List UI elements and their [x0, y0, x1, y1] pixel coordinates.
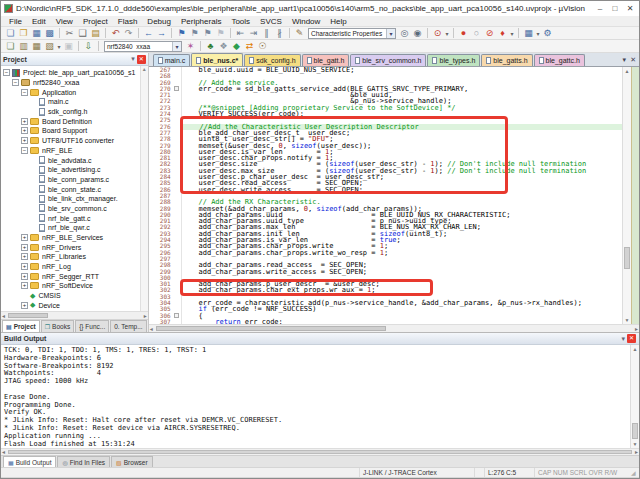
- tree-item-ble-srv-common-c[interactable]: ble_srv_common.c: [3, 204, 140, 214]
- pin-icon[interactable]: ▾: [621, 335, 625, 343]
- tree-item-board-definition[interactable]: +Board Definition: [3, 116, 140, 126]
- paste-icon[interactable]: ▤: [89, 27, 102, 39]
- target-options-icon[interactable]: ✶: [184, 40, 197, 52]
- scroll-right-icon[interactable]: ►: [634, 326, 639, 332]
- expander-icon[interactable]: +: [21, 282, 28, 289]
- scroll-left-icon[interactable]: ◄: [1, 313, 6, 319]
- fold-marker-icon[interactable]: [174, 313, 179, 318]
- pin-icon[interactable]: ▾: [131, 55, 135, 63]
- menu-svcs[interactable]: SVCS: [255, 16, 287, 27]
- panel-tab-project[interactable]: ▤Project: [2, 320, 40, 332]
- menu-peripherals[interactable]: Peripherals: [176, 16, 226, 27]
- editor-tab-ble-gatt-h[interactable]: ble_gatt.h: [302, 54, 350, 66]
- copy-icon[interactable]: ❑: [76, 27, 89, 39]
- indent-icon[interactable]: ⇥: [247, 27, 260, 39]
- bottom-tab-build-output[interactable]: ▦Build Output: [3, 456, 56, 467]
- uncomment-icon[interactable]: ∦: [273, 27, 286, 39]
- bookmark-prev-icon[interactable]: ⚑: [188, 27, 201, 39]
- bottom-tab-browser[interactable]: ▧Browser: [111, 456, 153, 467]
- menu-help[interactable]: Help: [325, 16, 351, 27]
- close-button[interactable]: ✕: [623, 3, 637, 14]
- scroll-right-icon[interactable]: ►: [143, 313, 148, 319]
- fold-marker-icon[interactable]: [174, 86, 179, 91]
- stop-build-icon[interactable]: ▣: [62, 40, 75, 52]
- tree-item-nrf-libraries[interactable]: +nRF_Libraries: [3, 252, 140, 262]
- code-area[interactable]: 267 ble_uuid.uuid = BLE_UUID_NUS_SERVICE…: [149, 67, 632, 324]
- code-line[interactable]: 307 return err_code;: [149, 319, 631, 324]
- target-select-combo[interactable]: nrf52840_xxaa▾: [104, 41, 182, 52]
- panel-tab-0-temp-[interactable]: 0. Temp...: [110, 320, 146, 332]
- menu-edit[interactable]: Edit: [27, 16, 51, 27]
- batch-build-icon[interactable]: ▧: [43, 40, 56, 52]
- editor-tab-sdk-config-h[interactable]: sdk_config.h: [244, 54, 300, 66]
- tree-item-nrf-softdevice[interactable]: +nRF_SoftDevice: [3, 281, 140, 291]
- pack-installer-icon[interactable]: ◆: [230, 40, 243, 52]
- minimize-button[interactable]: –: [593, 3, 607, 14]
- tree-item-project-ble-app-uart-pca10056-s1[interactable]: −Project: ble_app_uart_pca10056_s1: [3, 68, 140, 78]
- tree-item-main-c[interactable]: main.c: [3, 97, 140, 107]
- web-page-icon[interactable]: ☉: [256, 40, 269, 52]
- expander-icon[interactable]: +: [21, 273, 28, 280]
- expander-icon[interactable]: +: [21, 302, 28, 309]
- rebuild-icon[interactable]: ▦: [30, 40, 43, 52]
- expander-icon[interactable]: +: [21, 127, 28, 134]
- unindent-icon[interactable]: ⇤: [234, 27, 247, 39]
- bookmark-toggle-icon[interactable]: ⚑: [175, 27, 188, 39]
- manage-rte-icon[interactable]: ♣: [204, 40, 217, 52]
- build-output-hscrollbar[interactable]: ◄ ►: [1, 448, 639, 455]
- editor-tab-ble-nus-c-[interactable]: ble_nus.c*: [191, 53, 243, 66]
- scroll-down-icon[interactable]: ▼: [631, 440, 639, 448]
- expander-icon[interactable]: −: [12, 79, 19, 86]
- start-stop-debug-icon[interactable]: ⊙: [431, 27, 444, 39]
- configure-flash-icon[interactable]: ✎: [293, 27, 306, 39]
- project-tree-hscrollbar[interactable]: ◄ ►: [1, 311, 148, 319]
- nav-back-icon[interactable]: ←: [142, 27, 155, 39]
- expander-icon[interactable]: +: [21, 234, 28, 241]
- breakpoint-enable-icon[interactable]: ♦: [496, 27, 509, 39]
- bookmark-clear-icon[interactable]: ⚑: [214, 27, 227, 39]
- bottom-tab-find-in-files[interactable]: ◎Find In Files: [57, 456, 110, 467]
- chevron-down-icon[interactable]: ▾: [172, 42, 181, 51]
- tree-item-ble-conn-params-c[interactable]: ble_conn_params.c: [3, 175, 140, 185]
- undo-icon[interactable]: ↶: [109, 27, 122, 39]
- close-icon[interactable]: ✕: [627, 334, 636, 343]
- tree-item-nrf52840-xxaa[interactable]: −nrf52840_xxaa: [3, 78, 140, 88]
- tree-item-nrf-segger-rtt[interactable]: +nRF_Segger_RTT: [3, 271, 140, 281]
- expander-icon[interactable]: +: [21, 244, 28, 251]
- nav-forward-icon[interactable]: →: [155, 27, 168, 39]
- tree-item-nrf-ble[interactable]: −nRF_BLE: [3, 146, 140, 156]
- tab-list-icon[interactable]: ▾: [623, 56, 627, 64]
- editor-tab-main-c[interactable]: main.c: [153, 54, 191, 66]
- expander-icon[interactable]: +: [21, 263, 28, 270]
- maximize-button[interactable]: □: [608, 3, 622, 14]
- quick-find-combo[interactable]: Characteristic Properties▾: [308, 28, 396, 39]
- expander-icon[interactable]: +: [21, 253, 28, 260]
- scroll-thumb[interactable]: [624, 247, 630, 269]
- scroll-left-icon[interactable]: ◄: [149, 326, 154, 332]
- tree-item-nrf-ble-qwr-c[interactable]: nrf_ble_qwr.c: [3, 223, 140, 233]
- tree-item-sdk-config-h[interactable]: sdk_config.h: [3, 107, 140, 117]
- editor-tab-ble-gatts-h[interactable]: ble_gatts.h: [481, 54, 532, 66]
- panel-tab--func-[interactable]: {} Func...: [75, 320, 109, 332]
- expander-icon[interactable]: −: [3, 69, 10, 76]
- panel-tab-books[interactable]: ❒Books: [41, 320, 74, 332]
- find-in-files-icon[interactable]: ◎: [398, 27, 411, 39]
- chevron-down-icon[interactable]: ▾: [386, 29, 395, 38]
- breakpoint-disable-icon[interactable]: ○: [470, 27, 483, 39]
- expander-icon[interactable]: −: [21, 147, 28, 154]
- close-tab-icon[interactable]: ✕: [630, 56, 636, 64]
- tree-item-nrf-drivers[interactable]: +nRF_Drivers: [3, 242, 140, 252]
- editor-vscrollbar[interactable]: ▲ ▼: [622, 67, 631, 324]
- menu-file[interactable]: File: [4, 16, 27, 27]
- new-file-icon[interactable]: ❏: [4, 27, 17, 39]
- build-output-content[interactable]: TCK: 0, TDI: 1, TDO: 1, TMS: 1, TRES: 1,…: [1, 345, 639, 448]
- tree-item-device[interactable]: +◆Device: [3, 301, 140, 311]
- open-file-icon[interactable]: ❐: [17, 27, 30, 39]
- scroll-down-icon[interactable]: ▼: [623, 316, 631, 324]
- scroll-thumb[interactable]: [156, 326, 386, 331]
- editor-tab-ble-gattc-h[interactable]: ble_gattc.h: [534, 54, 585, 66]
- window-layout-icon[interactable]: ▦: [522, 27, 535, 39]
- menu-project[interactable]: Project: [78, 16, 113, 27]
- tree-item-ble-link-ctx-manager-[interactable]: ble_link_ctx_manager.: [3, 194, 140, 204]
- incremental-find-icon[interactable]: ◉: [411, 27, 424, 39]
